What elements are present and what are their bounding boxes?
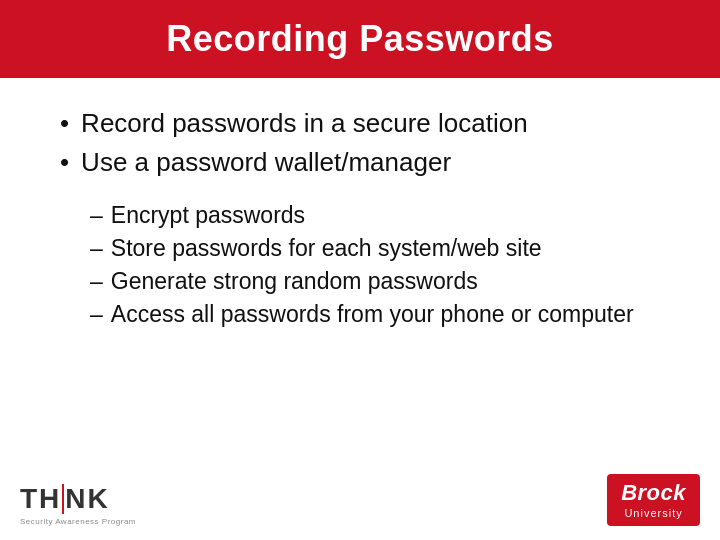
sub-bullet-3: Generate strong random passwords — [90, 268, 660, 295]
brock-logo: Brock University — [607, 474, 700, 526]
think-logo: TH NK Security Awareness Program — [20, 483, 136, 526]
slide-footer: TH NK Security Awareness Program Brock U… — [0, 460, 720, 540]
think-subtitle: Security Awareness Program — [20, 517, 136, 526]
think-text-right: NK — [65, 483, 109, 515]
bullet-item-2: Use a password wallet/manager — [60, 147, 660, 178]
bullet-item-1: Record passwords in a secure location — [60, 108, 660, 139]
think-text-left: TH — [20, 483, 61, 515]
think-wordmark: TH NK — [20, 483, 110, 515]
sub-bullet-list: Encrypt passwords Store passwords for ea… — [90, 202, 660, 334]
sub-bullet-2: Store passwords for each system/web site — [90, 235, 660, 262]
slide-title: Recording Passwords — [40, 18, 680, 60]
slide-header: Recording Passwords — [0, 0, 720, 78]
brock-name: Brock — [621, 480, 686, 506]
main-bullet-list: Record passwords in a secure location Us… — [60, 108, 660, 186]
sub-bullet-4: Access all passwords from your phone or … — [90, 301, 660, 328]
think-divider — [62, 484, 64, 514]
brock-uni: University — [621, 507, 686, 520]
slide: Recording Passwords Record passwords in … — [0, 0, 720, 540]
slide-content: Record passwords in a secure location Us… — [0, 78, 720, 460]
sub-bullet-1: Encrypt passwords — [90, 202, 660, 229]
